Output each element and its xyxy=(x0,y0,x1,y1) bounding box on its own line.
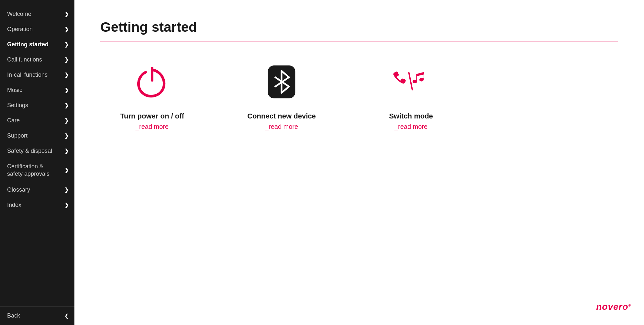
bluetooth-read-more-link[interactable]: _read more xyxy=(265,123,298,130)
bluetooth-card-title: Connect new device xyxy=(247,112,316,120)
chevron-right-icon: ❯ xyxy=(64,11,69,17)
brand-name: novero xyxy=(596,302,628,312)
sidebar-item-label: Safety & disposal xyxy=(7,148,52,154)
sidebar-item-getting-started[interactable]: Getting started ❯ xyxy=(0,37,74,52)
power-card-title: Turn power on / off xyxy=(120,112,184,120)
chevron-right-icon: ❯ xyxy=(64,72,69,78)
sidebar-item-label: Getting started xyxy=(7,41,49,48)
back-button[interactable]: Back ❮ xyxy=(0,306,74,325)
sidebar-item-label: Call functions xyxy=(7,56,42,63)
card-bluetooth: Connect new device _read more xyxy=(230,61,333,130)
chevron-right-icon: ❯ xyxy=(64,118,69,124)
sidebar-item-welcome[interactable]: Welcome ❯ xyxy=(0,6,74,22)
sidebar-item-care[interactable]: Care ❯ xyxy=(0,113,74,128)
chevron-right-icon: ❯ xyxy=(64,102,69,108)
chevron-left-icon: ❮ xyxy=(64,313,69,319)
switch-mode-read-more-link[interactable]: _read more xyxy=(394,123,427,130)
chevron-right-icon: ❯ xyxy=(64,148,69,154)
brand-logo: novero® xyxy=(596,302,631,312)
switch-mode-icon xyxy=(390,61,432,103)
chevron-right-icon: ❯ xyxy=(64,26,69,32)
chevron-right-icon: ❯ xyxy=(64,133,69,139)
sidebar-item-label: Music xyxy=(7,87,22,94)
sidebar-item-music[interactable]: Music ❯ xyxy=(0,83,74,98)
page-title: Getting started xyxy=(100,19,618,35)
card-switch-mode: Switch mode _read more xyxy=(359,61,463,130)
svg-line-6 xyxy=(409,73,413,90)
sidebar-item-glossary[interactable]: Glossary ❯ xyxy=(0,182,74,197)
sidebar-item-index[interactable]: Index ❯ xyxy=(0,197,74,213)
sidebar-item-label: Settings xyxy=(7,102,28,109)
chevron-right-icon: ❯ xyxy=(64,202,69,208)
sidebar-item-in-call-functions[interactable]: In-call functions ❯ xyxy=(0,67,74,83)
sidebar-item-label: Certification & safety approvals xyxy=(7,163,50,178)
sidebar-item-label: In-call functions xyxy=(7,72,48,78)
back-label: Back xyxy=(7,312,20,319)
sidebar: Welcome ❯ Operation ❯ Getting started ❯ … xyxy=(0,0,74,325)
bluetooth-icon xyxy=(261,61,303,103)
sidebar-item-support[interactable]: Support ❯ xyxy=(0,128,74,143)
main-content: Getting started Turn power on / off _rea… xyxy=(74,0,644,325)
sidebar-item-settings[interactable]: Settings ❯ xyxy=(0,98,74,113)
chevron-right-icon: ❯ xyxy=(64,87,69,93)
chevron-right-icon: ❯ xyxy=(64,57,69,63)
sidebar-item-call-functions[interactable]: Call functions ❯ xyxy=(0,52,74,67)
sidebar-item-label: Index xyxy=(7,202,21,208)
card-power: Turn power on / off _read more xyxy=(100,61,204,130)
sidebar-item-operation[interactable]: Operation ❯ xyxy=(0,22,74,37)
power-icon xyxy=(131,61,173,103)
brand-registered: ® xyxy=(628,304,631,307)
chevron-right-icon: ❯ xyxy=(64,187,69,193)
nav-list: Welcome ❯ Operation ❯ Getting started ❯ … xyxy=(0,0,74,306)
title-divider xyxy=(100,41,618,41)
sidebar-item-label: Welcome xyxy=(7,11,31,17)
chevron-right-icon: ❯ xyxy=(64,167,69,174)
sidebar-item-safety-disposal[interactable]: Safety & disposal ❯ xyxy=(0,143,74,159)
power-read-more-link[interactable]: _read more xyxy=(136,123,169,130)
chevron-right-icon: ❯ xyxy=(64,41,69,48)
switch-mode-card-title: Switch mode xyxy=(389,112,433,120)
sidebar-item-certification[interactable]: Certification & safety approvals ❯ xyxy=(0,159,74,182)
sidebar-item-label: Care xyxy=(7,117,20,124)
sidebar-item-label: Operation xyxy=(7,26,33,33)
sidebar-item-label: Glossary xyxy=(7,186,30,193)
sidebar-item-label: Support xyxy=(7,132,28,139)
cards-container: Turn power on / off _read more Connect n… xyxy=(100,61,618,130)
